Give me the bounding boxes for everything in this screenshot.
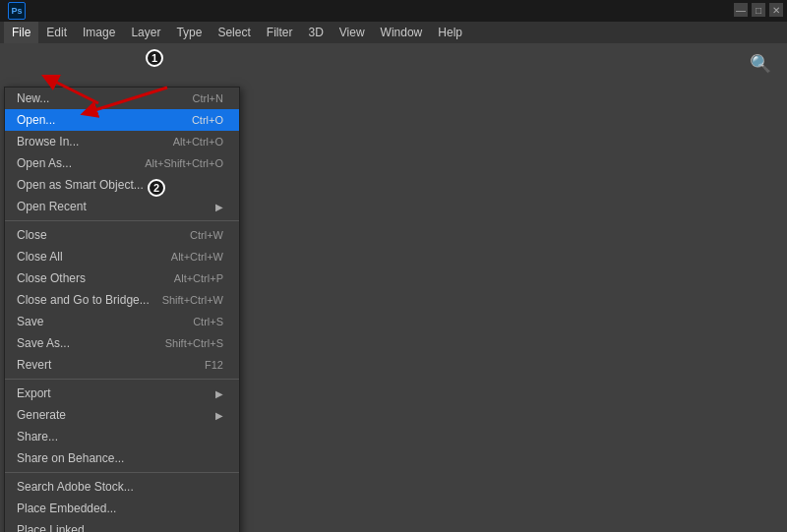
- menu-item-revert[interactable]: Revert F12: [5, 354, 239, 376]
- red-arrow-2: [79, 83, 177, 132]
- menu-item-search-stock[interactable]: Search Adobe Stock...: [5, 476, 239, 498]
- menu-select[interactable]: Select: [210, 22, 258, 43]
- menu-item-browse-label: Browse In...: [17, 135, 79, 148]
- menu-item-place-linked-label: Place Linked...: [17, 523, 94, 532]
- menu-item-close-all[interactable]: Close All Alt+Ctrl+W: [5, 246, 239, 267]
- menu-edit[interactable]: Edit: [38, 22, 75, 43]
- minimize-button[interactable]: —: [734, 3, 748, 17]
- menu-item-export[interactable]: Export ▶: [5, 383, 239, 404]
- maximize-button[interactable]: □: [752, 3, 765, 17]
- submenu-arrow-open-recent: ▶: [215, 202, 223, 212]
- menu-item-close-others-label: Close Others: [17, 271, 86, 285]
- menu-item-save-shortcut: Ctrl+S: [193, 316, 223, 327]
- divider-1: [5, 220, 239, 221]
- menu-item-share-label: Share...: [17, 430, 58, 443]
- menu-item-open-shortcut: Ctrl+O: [192, 114, 223, 126]
- menu-item-new-shortcut: Ctrl+N: [193, 92, 223, 104]
- menu-item-place-linked[interactable]: Place Linked...: [5, 519, 239, 532]
- menu-item-save-label: Save: [17, 315, 43, 328]
- menu-item-close-all-label: Close All: [17, 250, 63, 264]
- menu-item-search-stock-label: Search Adobe Stock...: [17, 480, 134, 494]
- menu-item-open-smart[interactable]: Open as Smart Object...: [5, 174, 239, 196]
- menu-file[interactable]: File: [4, 22, 38, 43]
- menu-item-close-shortcut: Ctrl+W: [190, 229, 223, 241]
- menu-item-close-label: Close: [17, 228, 47, 242]
- menu-item-open-as-label: Open As...: [17, 156, 72, 170]
- menu-item-open-as[interactable]: Open As... Alt+Shift+Ctrl+O: [5, 152, 239, 174]
- menu-item-save-as-label: Save As...: [17, 336, 70, 350]
- menu-item-share-behance-label: Share on Behance...: [17, 451, 124, 465]
- menu-item-open-recent-label: Open Recent: [17, 200, 87, 213]
- divider-3: [5, 472, 239, 473]
- menu-item-open-smart-label: Open as Smart Object...: [17, 178, 144, 192]
- menu-item-save-as[interactable]: Save As... Shift+Ctrl+S: [5, 332, 239, 354]
- submenu-arrow-export: ▶: [215, 388, 223, 399]
- menu-item-close-bridge[interactable]: Close and Go to Bridge... Shift+Ctrl+W: [5, 289, 239, 311]
- menu-3d[interactable]: 3D: [300, 22, 331, 43]
- canvas-area: [244, 43, 787, 532]
- menu-filter[interactable]: Filter: [259, 22, 301, 43]
- annotation-2: 2: [148, 179, 165, 197]
- file-dropdown-menu: New... Ctrl+N Open... Ctrl+O Browse In..…: [4, 87, 240, 532]
- menu-view[interactable]: View: [332, 22, 373, 43]
- menu-image[interactable]: Image: [75, 22, 123, 43]
- menu-item-save[interactable]: Save Ctrl+S: [5, 311, 239, 332]
- menu-item-close[interactable]: Close Ctrl+W: [5, 224, 239, 246]
- main-area: 🔍 New... Ctrl+N Open... Ctrl+O Browse In…: [0, 43, 787, 532]
- menu-bar: File Edit Image Layer Type Select Filter…: [0, 22, 787, 43]
- menu-item-place-embedded[interactable]: Place Embedded...: [5, 498, 239, 519]
- annotation-1: 1: [146, 49, 163, 67]
- menu-item-close-others-shortcut: Alt+Ctrl+P: [174, 272, 223, 284]
- divider-2: [5, 379, 239, 380]
- menu-window[interactable]: Window: [373, 22, 431, 43]
- menu-layer[interactable]: Layer: [123, 22, 168, 43]
- menu-item-share-behance[interactable]: Share on Behance...: [5, 447, 239, 469]
- menu-item-close-others[interactable]: Close Others Alt+Ctrl+P: [5, 267, 239, 289]
- close-button[interactable]: ✕: [769, 3, 783, 17]
- menu-item-open-recent[interactable]: Open Recent ▶: [5, 196, 239, 217]
- menu-item-share[interactable]: Share...: [5, 426, 239, 447]
- menu-item-browse-shortcut: Alt+Ctrl+O: [173, 136, 223, 148]
- window-controls[interactable]: — □ ✕: [734, 3, 783, 17]
- menu-item-save-as-shortcut: Shift+Ctrl+S: [165, 337, 223, 349]
- menu-item-place-embedded-label: Place Embedded...: [17, 502, 116, 515]
- menu-item-revert-shortcut: F12: [205, 359, 223, 371]
- ps-icon: Ps: [8, 2, 26, 20]
- menu-item-generate-label: Generate: [17, 408, 66, 422]
- submenu-arrow-generate: ▶: [215, 410, 223, 421]
- menu-item-open-label: Open...: [17, 113, 55, 127]
- menu-item-close-bridge-label: Close and Go to Bridge...: [17, 293, 150, 307]
- menu-item-open-as-shortcut: Alt+Shift+Ctrl+O: [145, 157, 223, 169]
- search-icon[interactable]: 🔍: [750, 53, 771, 75]
- menu-type[interactable]: Type: [168, 22, 210, 43]
- menu-item-close-bridge-shortcut: Shift+Ctrl+W: [162, 294, 223, 306]
- menu-item-revert-label: Revert: [17, 358, 51, 372]
- title-bar: Ps — □ ✕: [0, 0, 787, 22]
- menu-item-export-label: Export: [17, 386, 51, 400]
- menu-item-generate[interactable]: Generate ▶: [5, 404, 239, 426]
- menu-item-close-all-shortcut: Alt+Ctrl+W: [171, 251, 223, 263]
- menu-item-browse[interactable]: Browse In... Alt+Ctrl+O: [5, 131, 239, 152]
- menu-help[interactable]: Help: [430, 22, 470, 43]
